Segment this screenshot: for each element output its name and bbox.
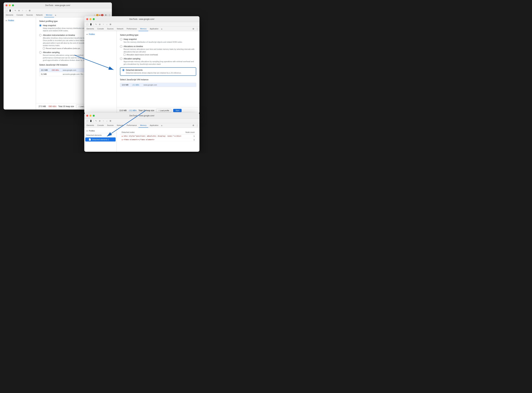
radio-label-alloc-2[interactable]: Allocations on timeline — [120, 45, 196, 48]
window-title-1: DevTools - www.google.com/ — [45, 4, 70, 6]
sidebar-profile-item-3-0[interactable]: 📄 Detached elements 1 — [85, 138, 116, 142]
profile-icon-t-3[interactable]: ⊞ — [109, 119, 112, 123]
result-row-0-3[interactable]: ● <div style="position: absolute; displa… — [120, 134, 196, 138]
tab-sources-1[interactable]: Sources — [25, 13, 34, 17]
sidebar-profile-label-3-0: Detached elements 1 — [92, 138, 109, 141]
settings-icon-3[interactable]: ⚙ — [192, 124, 195, 127]
window-controls-3 — [86, 115, 95, 117]
tab-console-2[interactable]: Console — [96, 27, 105, 31]
error-badge-1: 1 — [101, 14, 103, 16]
radio-label-heap-2[interactable]: Heap snapshot — [120, 38, 196, 40]
sidebar-item-profiles-1[interactable]: Profiles — [8, 20, 14, 21]
download-icon-3[interactable]: ↓ — [105, 119, 108, 123]
toolbar-sep-1 — [13, 9, 13, 12]
tab-application-3[interactable]: Application — [148, 123, 160, 128]
upload-icon[interactable]: ↑ — [21, 9, 24, 12]
radio-detached-text-2: Detached elements — [126, 69, 143, 71]
block-icon-3[interactable]: ⊘ — [98, 119, 101, 123]
inspect-icon-3[interactable]: ⬚ — [86, 119, 89, 123]
radio-detached-2[interactable] — [122, 69, 125, 71]
sidebar-item-profiles-2[interactable]: Profiles — [89, 33, 95, 35]
max-btn-3[interactable] — [93, 115, 95, 117]
tab-elements-3[interactable]: Elements — [85, 123, 96, 128]
result-code-0-3: <div style="position: absolute; display:… — [123, 135, 185, 137]
inspect-icon[interactable]: ⬚ — [5, 9, 8, 12]
load-profile-btn-2[interactable]: ↑ Load profile — [156, 109, 171, 112]
tab-network-3[interactable]: Network — [115, 123, 125, 128]
tab-sources-3[interactable]: Sources — [105, 123, 115, 128]
vm-row-0-2[interactable]: 13.0 MB ↓3.1 kB/s www.google.com — [120, 83, 196, 87]
tab-memory-2[interactable]: Memory — [139, 27, 148, 31]
tab-application-2[interactable]: Application — [148, 27, 160, 31]
radio-label-sampling-2[interactable]: Allocation sampling — [120, 58, 196, 60]
tab-more-1[interactable]: » — [54, 14, 57, 16]
tab-network-1[interactable]: Network — [34, 13, 44, 17]
min-btn-1[interactable] — [9, 4, 11, 6]
tab-network-2[interactable]: Network — [115, 27, 125, 31]
close-btn-1[interactable] — [5, 4, 7, 6]
warning-icon-1: ⚠ — [94, 14, 96, 16]
count-header-3: Node count — [185, 131, 195, 133]
min-btn-2[interactable] — [90, 18, 92, 20]
cursor-icon-2[interactable]: ↖ — [95, 23, 98, 26]
upload-icon-2[interactable]: ↑ — [102, 23, 105, 26]
tab-elements-2[interactable]: Elements — [85, 27, 96, 31]
tab-console-1[interactable]: Console — [15, 13, 25, 17]
upload-icon-3[interactable]: ↑ — [102, 119, 105, 123]
cursor-icon[interactable]: ↖ — [14, 9, 17, 12]
start-btn-2[interactable]: Start — [173, 109, 181, 112]
more-icon-2[interactable]: ⋮ — [196, 27, 199, 30]
checkbox-stack-1[interactable] — [43, 47, 45, 49]
cursor-icon-3[interactable]: ↖ — [95, 119, 98, 123]
vm-speed-0-2: ↓3.1 kB/s — [132, 84, 141, 86]
device-icon[interactable]: 📱 — [8, 9, 12, 12]
close-btn-3[interactable] — [86, 115, 88, 117]
tab-memory-1[interactable]: Memory — [44, 13, 54, 17]
close-btn-2[interactable] — [86, 18, 88, 20]
max-btn-2[interactable] — [93, 18, 95, 20]
radio-sampling-text-2: Allocation sampling — [124, 58, 140, 60]
max-btn-1[interactable] — [12, 4, 14, 6]
tab-performance-3[interactable]: Performance — [125, 123, 139, 128]
profile-icon-t-2[interactable]: ⊞ — [109, 23, 112, 26]
tab-console-3[interactable]: Console — [96, 123, 105, 128]
tab-more-2[interactable]: » — [160, 28, 163, 30]
device-icon-2[interactable]: 📱 — [89, 23, 92, 26]
profile-icon-t[interactable]: ⊞ — [28, 9, 31, 12]
radio-heap-1[interactable] — [39, 24, 42, 27]
tab-elements-1[interactable]: Elements — [4, 13, 15, 17]
radio-label-detached-2[interactable]: Detached elements — [122, 69, 194, 71]
radio-heap-2[interactable] — [120, 38, 122, 40]
tab-memory-3[interactable]: Memory — [139, 123, 148, 128]
tab-performance-2[interactable]: Performance — [125, 27, 139, 31]
window-title-2: DevTools - www.google.com/ — [129, 18, 154, 20]
inspect-icon-2[interactable]: ⬚ — [86, 23, 89, 26]
window-controls-1 — [5, 4, 14, 6]
sidebar-3: ⚌ Profiles Detached elements 📄 Detached … — [84, 128, 117, 152]
sidebar-profiles-icon-row-3: ⚌ Profiles — [84, 129, 116, 133]
block-icon-2[interactable]: ⊘ — [98, 23, 101, 26]
result-row-1-3[interactable]: ● <fake-element></fake-element> 1 — [120, 138, 196, 142]
checkbox-stack-2[interactable] — [124, 54, 126, 56]
load-profile-label-2: Load profile — [160, 109, 169, 112]
content-area-3: Detached nodes Node count ● <div style="… — [117, 128, 199, 152]
radio-alloc-1[interactable] — [39, 34, 42, 36]
tab-sources-2[interactable]: Sources — [105, 27, 115, 31]
min-btn-3[interactable] — [90, 115, 92, 117]
download-icon-2[interactable]: ↓ — [105, 23, 108, 26]
tab-more-3[interactable]: » — [160, 124, 163, 127]
toolbar-1: ⬚ 📱 ↖ ⊘ ↑ ↓ ⊞ — [4, 8, 112, 13]
tab-bar-2: Elements Console Sources Network Perform… — [84, 27, 199, 31]
radio-alloc-text-2: Allocations on timeline — [124, 45, 143, 48]
window-3: DevTools - www.google.com/ ⬚ 📱 ↖ ⊘ ↑ ↓ ⊞… — [84, 113, 199, 152]
download-icon[interactable]: ↓ — [24, 9, 28, 12]
more-icon-3[interactable]: ⋮ — [196, 124, 199, 127]
error-icon-1: ■ — [99, 14, 100, 16]
radio-sampling-1[interactable] — [39, 51, 42, 54]
result-dot-0-3: ● — [122, 135, 123, 137]
device-icon-3[interactable]: 📱 — [89, 119, 92, 123]
radio-sampling-2[interactable] — [120, 58, 122, 60]
radio-alloc-2[interactable] — [120, 45, 122, 48]
settings-icon-2[interactable]: ⚙ — [192, 27, 195, 30]
block-icon[interactable]: ⊘ — [17, 9, 21, 12]
